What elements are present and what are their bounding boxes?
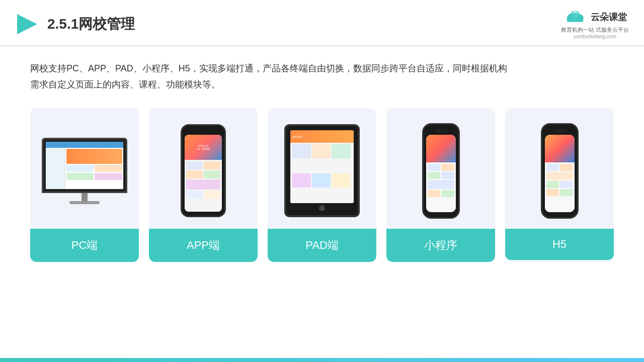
header: 2.5.1网校管理 云朵课堂 教育机构一站 式服务云平台 yunduoketan… — [0, 0, 644, 46]
pad-screen: 课程管理 — [290, 130, 354, 203]
monitor-frame — [42, 138, 127, 193]
pc-monitor — [42, 138, 127, 204]
svg-marker-0 — [17, 14, 37, 34]
card-pad: 课程管理 PAD端 — [268, 108, 376, 262]
logo-tagline: 教育机构一站 式服务云平台 — [561, 26, 629, 34]
cards-row: PC端 职通人的第一堂网课 — [30, 108, 614, 262]
card-h5-image — [505, 108, 614, 229]
card-pc-label: PC端 — [30, 229, 139, 262]
bottom-bar — [0, 358, 644, 362]
card-app: 职通人的第一堂网课 — [149, 108, 258, 262]
card-pad-label: PAD端 — [268, 229, 376, 262]
main-content: 网校支持PC、APP、PAD、小程序、H5，实现多端打通，产品各终端自由切换，数… — [0, 46, 644, 272]
card-pc-image — [30, 108, 139, 229]
card-h5-label: H5 — [505, 229, 614, 260]
logo-area: 云朵课堂 教育机构一站 式服务云平台 yunduoketang.com — [561, 9, 629, 39]
miniprogram-screen — [426, 135, 456, 212]
card-pad-image: 课程管理 — [268, 108, 376, 229]
card-app-image: 职通人的第一堂网课 — [149, 108, 258, 229]
page-title: 2.5.1网校管理 — [47, 15, 135, 34]
monitor-screen — [46, 142, 123, 189]
logo-text: 云朵课堂 — [591, 11, 627, 23]
card-miniprogram: 小程序 — [386, 108, 495, 262]
card-h5: H5 — [505, 108, 614, 262]
h5-screen — [545, 135, 575, 212]
logo-url: yunduoketang.com — [574, 34, 616, 39]
pad-tablet: 课程管理 — [284, 124, 360, 217]
cloud-icon — [562, 9, 588, 25]
miniprogram-phone — [422, 123, 460, 219]
play-icon — [15, 12, 39, 36]
card-miniprogram-label: 小程序 — [386, 229, 495, 262]
logo-cloud: 云朵课堂 — [562, 9, 627, 25]
card-miniprogram-image — [386, 108, 495, 229]
h5-phone — [541, 123, 579, 219]
app-phone-screen: 职通人的第一堂网课 — [185, 135, 222, 212]
description-text: 网校支持PC、APP、PAD、小程序、H5，实现多端打通，产品各终端自由切换，数… — [30, 60, 614, 93]
card-app-label: APP端 — [149, 229, 258, 262]
card-pc: PC端 — [30, 108, 139, 262]
header-left: 2.5.1网校管理 — [15, 12, 135, 36]
app-phone: 职通人的第一堂网课 — [181, 124, 226, 217]
